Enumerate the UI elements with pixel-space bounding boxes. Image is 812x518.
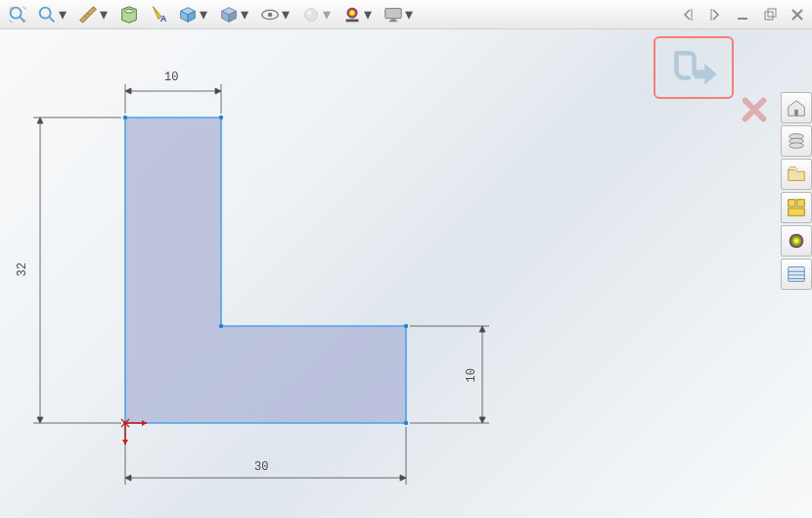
svg-text:A: A xyxy=(160,14,167,24)
svg-rect-16 xyxy=(388,21,397,22)
restore-icon xyxy=(763,8,777,22)
appearance-icon: A xyxy=(148,4,169,25)
zoom-fit-button[interactable] xyxy=(4,1,31,28)
svg-point-10 xyxy=(305,8,318,21)
render-icon xyxy=(341,4,363,25)
svg-point-38 xyxy=(219,324,223,328)
svg-point-2 xyxy=(40,7,51,18)
dropdown-arrow-icon[interactable]: ▾ xyxy=(59,5,68,24)
zoom-area-button[interactable] xyxy=(33,1,61,28)
sphere-button[interactable] xyxy=(297,1,325,28)
svg-point-0 xyxy=(11,7,22,18)
next-arrow-icon xyxy=(708,8,722,22)
dropdown-arrow-icon[interactable]: ▾ xyxy=(100,5,110,24)
cube-button[interactable] xyxy=(215,1,243,28)
restore-button[interactable] xyxy=(759,6,781,24)
box-icon xyxy=(177,4,199,25)
visibility-button[interactable] xyxy=(256,1,284,28)
zoom-fit-icon xyxy=(7,4,28,25)
graphics-area[interactable]: 10 32 10 30 xyxy=(0,29,812,518)
section-view-button[interactable] xyxy=(115,1,143,28)
dropdown-arrow-icon[interactable]: ▾ xyxy=(241,5,250,24)
svg-point-37 xyxy=(219,116,223,119)
svg-point-12 xyxy=(347,7,358,18)
dimension-value[interactable]: 10 xyxy=(465,368,478,382)
prev-arrow-icon xyxy=(681,8,695,22)
monitor-button[interactable] xyxy=(380,1,407,28)
svg-rect-20 xyxy=(765,12,773,20)
close-button[interactable] xyxy=(787,6,808,24)
svg-rect-21 xyxy=(768,9,776,17)
sketch-svg xyxy=(0,29,812,518)
svg-point-40 xyxy=(404,421,408,425)
svg-point-6 xyxy=(124,9,133,13)
svg-rect-13 xyxy=(346,19,359,22)
svg-point-9 xyxy=(268,12,273,17)
dropdown-arrow-icon[interactable]: ▾ xyxy=(364,5,374,24)
dropdown-arrow-icon[interactable]: ▾ xyxy=(323,5,333,24)
dropdown-arrow-icon[interactable]: ▾ xyxy=(405,5,415,24)
svg-rect-15 xyxy=(390,19,396,21)
dropdown-arrow-icon[interactable]: ▾ xyxy=(282,5,292,24)
sketch-origin[interactable] xyxy=(121,419,147,445)
dropdown-arrow-icon[interactable]: ▾ xyxy=(200,5,209,24)
dimension-value[interactable]: 30 xyxy=(254,460,268,474)
minimize-button[interactable] xyxy=(732,6,753,24)
cube-icon xyxy=(218,4,240,25)
measure-icon xyxy=(77,4,99,25)
svg-point-11 xyxy=(307,11,311,15)
dimension-top-width[interactable] xyxy=(125,84,221,114)
section-view-icon xyxy=(118,4,140,25)
svg-rect-14 xyxy=(385,8,402,18)
measure-button[interactable] xyxy=(74,1,102,28)
next-window-button[interactable] xyxy=(704,6,726,24)
box-button[interactable] xyxy=(174,1,202,28)
monitor-icon xyxy=(383,4,404,25)
svg-line-3 xyxy=(50,17,55,22)
cad-app-window: ▾ ▾ A ▾ ▾ ▾ ▾ ▾ ▾ xyxy=(0,0,812,518)
minimize-icon xyxy=(736,8,749,22)
close-icon xyxy=(790,8,804,22)
prev-window-button[interactable] xyxy=(677,6,699,24)
view-toolbar: ▾ ▾ A ▾ ▾ ▾ ▾ ▾ ▾ xyxy=(0,0,812,29)
appearance-button[interactable]: A xyxy=(145,1,172,28)
visibility-icon xyxy=(259,4,281,25)
dimension-height[interactable] xyxy=(33,118,121,423)
render-button[interactable] xyxy=(338,1,366,28)
sphere-icon xyxy=(300,4,322,25)
svg-point-36 xyxy=(123,116,127,119)
zoom-area-icon xyxy=(36,4,58,25)
dimension-value[interactable]: 32 xyxy=(16,262,29,276)
dimension-bottom-width[interactable] xyxy=(125,427,406,485)
svg-point-39 xyxy=(404,324,408,328)
dimension-value[interactable]: 10 xyxy=(164,71,178,84)
sketch-profile[interactable] xyxy=(125,118,406,423)
